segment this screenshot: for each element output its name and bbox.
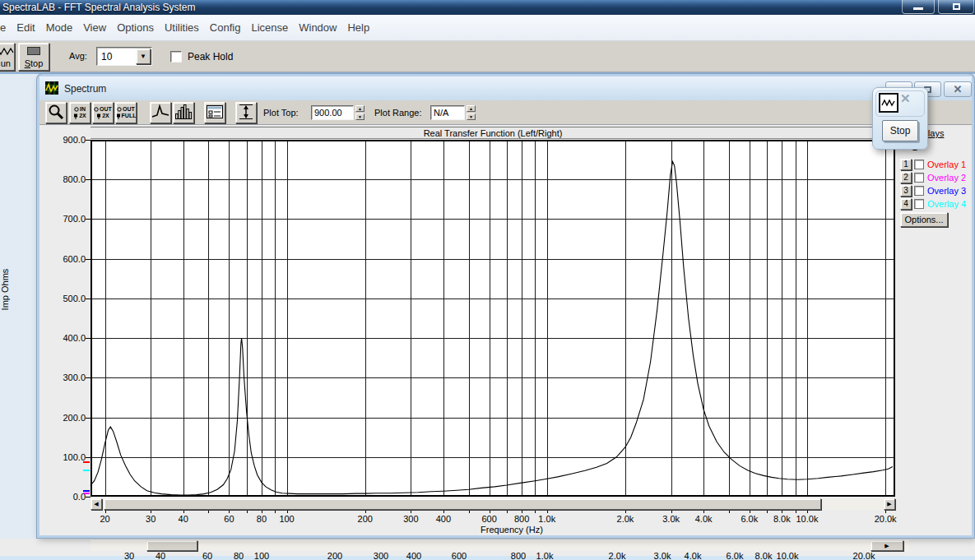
window-title: SpectraLAB - FFT Spectral Analysis Syste… bbox=[2, 2, 196, 13]
zoom-cursor-button[interactable] bbox=[45, 102, 67, 123]
menu-item-window[interactable]: Window bbox=[299, 21, 337, 34]
spectrum-close-button[interactable]: ✕ bbox=[944, 81, 972, 97]
y-tick-label: 100.0 bbox=[36, 452, 86, 462]
x-tick-mark bbox=[796, 510, 796, 513]
spinner-up-icon[interactable]: ▲ bbox=[467, 105, 476, 112]
x-tick-label: 300 bbox=[392, 514, 429, 524]
plot-scrollbar-left-arrow[interactable]: ◀ bbox=[91, 498, 102, 510]
spectrum-titlebar[interactable]: Spectrum bbox=[39, 76, 972, 100]
background-x-tick-label: 400 bbox=[396, 551, 432, 560]
peak-hold-label: Peak Hold bbox=[188, 51, 233, 62]
spectrum-plot[interactable] bbox=[91, 140, 895, 497]
x-tick-mark bbox=[105, 510, 106, 513]
menu-item-edit[interactable]: Edit bbox=[16, 21, 35, 34]
overlay-1-label: Overlay 1 bbox=[927, 159, 966, 170]
plot-title-band: Real Transfer Function (Left/Right) bbox=[91, 127, 895, 139]
x-tick-mark bbox=[247, 510, 248, 513]
avg-combobox[interactable]: 10 ▼ bbox=[96, 47, 152, 66]
menu-item-options[interactable]: Options bbox=[117, 21, 154, 34]
background-x-tick-label: 2.0k bbox=[599, 551, 635, 560]
floating-close-icon[interactable]: ✕ bbox=[900, 91, 911, 106]
menu-item-mode[interactable]: Mode bbox=[46, 21, 73, 34]
peak-display-mode-button[interactable] bbox=[150, 102, 171, 123]
zoom-out-2x-button[interactable]: OUT2X bbox=[92, 102, 114, 123]
menu-item-config[interactable]: Config bbox=[210, 21, 241, 34]
plug-icon bbox=[94, 107, 99, 112]
x-tick-mark bbox=[547, 510, 548, 513]
background-scrollbar-track[interactable] bbox=[91, 540, 909, 551]
menu-item-view[interactable]: View bbox=[83, 21, 106, 34]
overlay-2-label: Overlay 2 bbox=[927, 172, 966, 183]
overlay-2-store-button[interactable]: 2 bbox=[900, 172, 912, 183]
stop-button-label: Stop bbox=[19, 58, 49, 68]
avg-dropdown-button[interactable]: ▼ bbox=[136, 49, 151, 64]
zoom-out-full-button[interactable]: OUTFULL bbox=[115, 102, 137, 123]
menu-item-help[interactable]: Help bbox=[347, 21, 369, 34]
floating-waveform-button[interactable] bbox=[879, 93, 898, 113]
x-tick-mark bbox=[807, 510, 808, 513]
menu-item-utilities[interactable]: Utilities bbox=[165, 21, 199, 34]
avg-value: 10 bbox=[101, 51, 112, 62]
overlay-1-store-button[interactable]: 1 bbox=[900, 159, 912, 170]
x-tick-mark bbox=[885, 510, 886, 513]
background-scrollbar-arrow[interactable]: ▶ bbox=[871, 540, 903, 551]
x-tick-mark bbox=[365, 510, 366, 513]
overlay-3-label: Overlay 3 bbox=[927, 185, 966, 197]
plug-icon bbox=[74, 107, 79, 112]
y-tick-mark bbox=[86, 299, 91, 299]
scroll-right-icon: ▶ bbox=[887, 501, 891, 507]
y-tick-mark bbox=[86, 259, 91, 260]
x-tick-label: 3.0k bbox=[653, 514, 689, 524]
magnifier-icon bbox=[47, 103, 65, 123]
close-icon: ✕ bbox=[954, 83, 963, 95]
y-tick-mark bbox=[86, 457, 91, 458]
stop-icon bbox=[27, 47, 40, 55]
menu-item-e[interactable]: e bbox=[0, 21, 6, 34]
peak-hold-checkbox[interactable] bbox=[170, 51, 182, 62]
x-tick-label: 100 bbox=[269, 514, 305, 524]
plot-range-input[interactable]: N/A bbox=[430, 105, 465, 120]
plot-scrollbar-right-arrow[interactable]: ▶ bbox=[884, 498, 895, 510]
background-x-tick-label: 4.0k bbox=[675, 551, 711, 560]
bar-display-mode-button[interactable] bbox=[173, 102, 194, 123]
y-tick-mark bbox=[86, 140, 91, 141]
background-x-tick-label: 100 bbox=[244, 551, 280, 560]
overlay-3-store-button[interactable]: 3 bbox=[900, 185, 912, 197]
x-tick-mark bbox=[507, 510, 508, 513]
background-scrollbar-thumb[interactable] bbox=[146, 540, 197, 551]
y-tick-label: 500.0 bbox=[36, 294, 86, 303]
spectrum-window-icon bbox=[45, 81, 58, 96]
x-tick-mark bbox=[750, 510, 750, 513]
y-tick-mark bbox=[86, 377, 91, 378]
display-options-button[interactable] bbox=[204, 102, 225, 123]
avg-label: Avg: bbox=[69, 51, 87, 61]
plot-top-spinner[interactable]: ▲▼ bbox=[355, 105, 364, 120]
vertical-autoscale-button[interactable] bbox=[235, 102, 257, 123]
overlay-4-checkbox[interactable] bbox=[914, 199, 924, 209]
x-tick-label: 400 bbox=[425, 514, 462, 524]
plot-scrollbar-thumb[interactable] bbox=[104, 498, 821, 510]
overlay-3-checkbox[interactable] bbox=[914, 186, 924, 196]
overlay-options-button[interactable]: Options... bbox=[900, 212, 948, 227]
x-tick-label: 30 bbox=[132, 514, 169, 524]
background-x-tick-label: 40 bbox=[142, 551, 179, 560]
overlay-1-checkbox[interactable] bbox=[914, 160, 924, 169]
overlay-edge-marker bbox=[83, 493, 90, 494]
plot-top-input[interactable]: 900.00 bbox=[311, 105, 354, 120]
run-button[interactable]: un bbox=[0, 43, 15, 71]
stop-button[interactable]: Stop bbox=[18, 43, 49, 71]
overlay-2-checkbox[interactable] bbox=[914, 173, 924, 183]
run-button-label: un bbox=[0, 58, 14, 68]
maximize-button[interactable] bbox=[938, 0, 974, 14]
zoom-in-2x-button[interactable]: IN2X bbox=[69, 102, 91, 123]
spinner-up-icon[interactable]: ▲ bbox=[355, 105, 364, 112]
overlay-4-store-button[interactable]: 4 bbox=[900, 198, 912, 210]
y-tick-label: 200.0 bbox=[36, 413, 86, 423]
minimize-button[interactable] bbox=[902, 0, 935, 14]
spinner-down-icon[interactable]: ▼ bbox=[467, 113, 476, 120]
menu-item-license[interactable]: License bbox=[251, 21, 288, 34]
plot-range-spinner[interactable]: ▲▼ bbox=[467, 105, 476, 120]
panel-icon bbox=[206, 103, 224, 123]
floating-stop-button[interactable]: Stop bbox=[882, 120, 918, 141]
spinner-down-icon[interactable]: ▼ bbox=[355, 113, 364, 120]
